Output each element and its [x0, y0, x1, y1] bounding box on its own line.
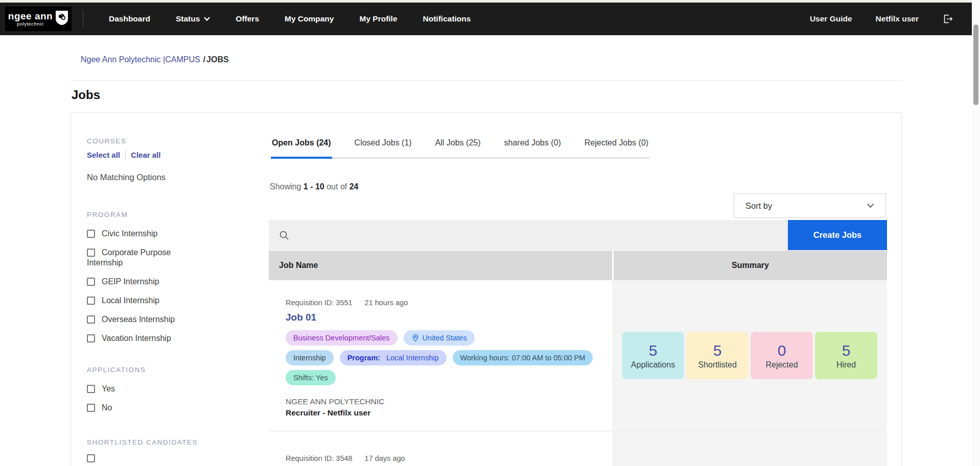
category-tag: Business Development/Sales	[286, 330, 398, 346]
program-heading: PROGRAM	[87, 211, 250, 218]
sort-by-label: Sort by	[745, 201, 772, 211]
chevron-down-icon	[204, 17, 210, 21]
checkbox-box[interactable]	[87, 249, 95, 257]
nav-username[interactable]: Netfilx user	[876, 14, 919, 23]
checkbox-box[interactable]	[87, 297, 95, 305]
rejected-card: 0 Rejected	[751, 332, 813, 379]
nav-my-company[interactable]: My Company	[285, 14, 334, 23]
jobs-tabs: Open Jobs (24) Closed Jobs (1) All Jobs …	[271, 138, 649, 159]
top-navbar: ngee ann polytechnic Dashboard Status Of…	[0, 3, 972, 35]
nav-status[interactable]: Status	[176, 14, 210, 23]
applications-count: 5	[649, 342, 658, 359]
create-jobs-button[interactable]: Create Jobs	[788, 220, 887, 250]
checkbox-vacation-internship[interactable]: Vacation Internship	[87, 333, 197, 344]
job-type-tag: Internship	[286, 350, 334, 365]
logo-line2: polytechnic	[8, 21, 53, 27]
column-header-summary: Summary	[614, 251, 887, 280]
checkbox-civic-internship[interactable]: Civic Internship	[87, 229, 197, 239]
tab-all-jobs[interactable]: All Jobs (25)	[434, 138, 482, 157]
logo-line1: ngee ann	[8, 11, 53, 21]
rejected-count: 0	[778, 342, 786, 359]
breadcrumb-link-campus[interactable]: Ngee Ann Polytechnic |CAMPUS	[81, 55, 200, 64]
jobs-search-input[interactable]	[269, 220, 788, 250]
tab-open-jobs[interactable]: Open Jobs (24)	[271, 138, 332, 159]
no-matching-options-text: No Matching Options	[87, 173, 250, 182]
shifts-tag: Shifts: Yes	[286, 370, 336, 385]
location-pin-icon	[411, 334, 419, 342]
hired-count: 5	[842, 342, 851, 359]
chevron-down-icon	[867, 203, 874, 208]
table-header: Job Name Summary	[269, 251, 887, 280]
checkbox-box[interactable]	[87, 278, 95, 286]
page-scrollbar[interactable]	[972, 0, 980, 466]
jobs-card: COURSES Select all Clear all No Matching…	[71, 112, 902, 466]
shortlisted-count: 5	[713, 342, 722, 359]
results-total: 24	[349, 182, 359, 191]
applications-heading: APPLICATIONS	[87, 366, 250, 374]
posted-time: 21 hours ago	[365, 299, 408, 307]
checkbox-corporate-purpose-internship[interactable]: Corporate Purpose Internship	[87, 248, 197, 268]
results-count-text: Showing 1 - 10 out of 24	[270, 182, 358, 191]
checkbox-local-internship[interactable]: Local Internship	[87, 296, 197, 306]
checkbox-box[interactable]	[87, 404, 95, 412]
filter-sidebar: COURSES Select all Clear all No Matching…	[87, 137, 250, 466]
courses-heading: COURSES	[87, 137, 250, 145]
nav-user-guide[interactable]: User Guide	[810, 14, 852, 23]
summary-cards: 5 Applications 5 Shortlisted 0 Rejected …	[622, 332, 877, 379]
tab-closed-jobs[interactable]: Closed Jobs (1)	[354, 138, 413, 157]
scrollbar-thumb[interactable]	[973, 24, 978, 105]
sort-by-dropdown[interactable]: Sort by	[734, 193, 886, 218]
nav-notifications[interactable]: Notifications	[423, 14, 471, 23]
job-row: Requisition ID: 3551 21 hours ago Job 01…	[269, 280, 887, 431]
column-header-job-name: Job Name	[269, 251, 612, 280]
checkbox-applications-no[interactable]: No	[87, 403, 197, 413]
breadcrumb-current: JOBS	[206, 55, 229, 64]
title-divider	[71, 80, 902, 81]
ngee-ann-logo[interactable]: ngee ann polytechnic	[5, 7, 72, 31]
checkbox-applications-yes[interactable]: Yes	[87, 384, 197, 394]
company-name: NGEE ANN POLYTECHNIC	[286, 397, 602, 406]
links-divider	[125, 150, 126, 159]
clear-all-link[interactable]: Clear all	[131, 151, 160, 159]
select-all-link[interactable]: Select all	[87, 151, 120, 159]
checkbox-geip-internship[interactable]: GEIP Internship	[87, 277, 197, 287]
navbar-divider	[83, 10, 83, 28]
posted-time: 17 days ago	[365, 454, 405, 462]
job-row: Requisition ID: 3548 17 days ago Content…	[269, 432, 887, 466]
shortlisted-card: 5 Shortlisted	[686, 332, 749, 379]
search-icon	[279, 230, 289, 240]
shortlisted-heading: SHORTLISTED CANDIDATES	[87, 438, 250, 446]
requisition-id: Requisition ID: 3551	[286, 299, 353, 307]
checkbox-box[interactable]	[87, 315, 95, 324]
shield-logo-icon	[55, 10, 68, 28]
nav-offers[interactable]: Offers	[236, 14, 259, 23]
job-title-link[interactable]: Job 01	[286, 312, 602, 323]
breadcrumb-separator: /	[203, 55, 205, 64]
recruiter-name: Recruiter - Netfilx user	[286, 408, 602, 418]
checkbox-shortlisted-partial[interactable]	[87, 453, 197, 463]
program-tag: Program: Local Internship	[340, 350, 447, 365]
breadcrumb: Ngee Ann Polytechnic |CAMPUS/JOBS	[81, 55, 229, 64]
working-hours-tag: Working hours: 07:00 AM to 05:00 PM	[453, 350, 593, 365]
nav-my-profile[interactable]: My Profile	[359, 14, 397, 23]
checkbox-box[interactable]	[87, 334, 95, 342]
page-title: Jobs	[72, 88, 100, 102]
checkbox-box[interactable]	[87, 230, 95, 238]
location-tag: United States	[404, 330, 475, 346]
logout-icon[interactable]	[942, 13, 953, 24]
applications-card: 5 Applications	[622, 332, 684, 379]
requisition-id: Requisition ID: 3548	[286, 454, 353, 462]
hired-card: 5 Hired	[815, 332, 877, 379]
results-range: 1 - 10	[304, 182, 324, 191]
tab-shared-jobs[interactable]: shared Jobs (0)	[503, 138, 562, 157]
checkbox-box[interactable]	[87, 385, 95, 393]
checkbox-box[interactable]	[87, 454, 95, 462]
tab-rejected-jobs[interactable]: Rejected Jobs (0)	[584, 138, 649, 157]
checkbox-overseas-internship[interactable]: Overseas Internship	[87, 314, 197, 325]
nav-dashboard[interactable]: Dashboard	[109, 14, 150, 23]
